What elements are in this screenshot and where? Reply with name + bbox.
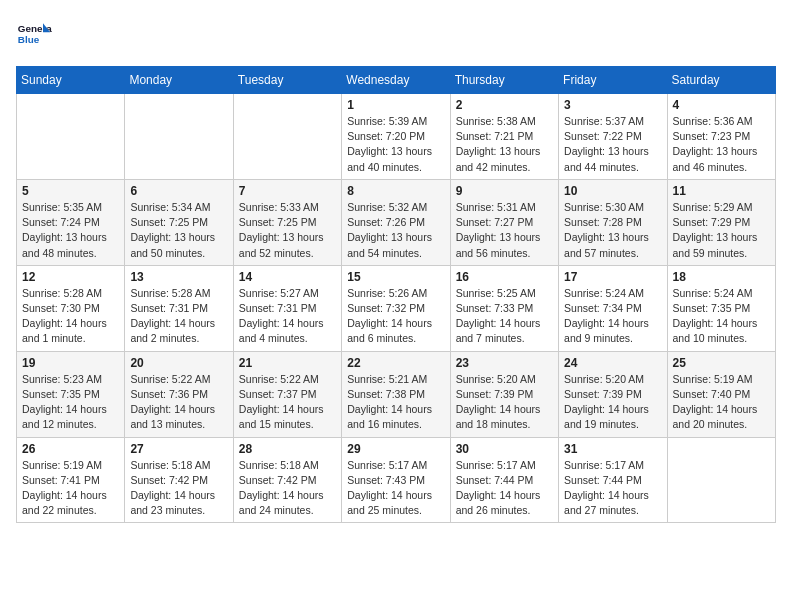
day-info: Sunrise: 5:30 AMSunset: 7:28 PMDaylight:… <box>564 200 661 261</box>
calendar-cell <box>17 94 125 180</box>
calendar-cell: 17Sunrise: 5:24 AMSunset: 7:34 PMDayligh… <box>559 265 667 351</box>
day-info: Sunrise: 5:39 AMSunset: 7:20 PMDaylight:… <box>347 114 444 175</box>
day-number: 14 <box>239 270 336 284</box>
day-info: Sunrise: 5:21 AMSunset: 7:38 PMDaylight:… <box>347 372 444 433</box>
day-number: 12 <box>22 270 119 284</box>
day-info: Sunrise: 5:35 AMSunset: 7:24 PMDaylight:… <box>22 200 119 261</box>
day-info: Sunrise: 5:36 AMSunset: 7:23 PMDaylight:… <box>673 114 770 175</box>
calendar-cell: 9Sunrise: 5:31 AMSunset: 7:27 PMDaylight… <box>450 179 558 265</box>
calendar-cell: 16Sunrise: 5:25 AMSunset: 7:33 PMDayligh… <box>450 265 558 351</box>
day-number: 15 <box>347 270 444 284</box>
day-info: Sunrise: 5:19 AMSunset: 7:41 PMDaylight:… <box>22 458 119 519</box>
day-info: Sunrise: 5:38 AMSunset: 7:21 PMDaylight:… <box>456 114 553 175</box>
logo-icon: General Blue <box>16 16 52 52</box>
day-number: 7 <box>239 184 336 198</box>
day-info: Sunrise: 5:33 AMSunset: 7:25 PMDaylight:… <box>239 200 336 261</box>
weekday-header-row: SundayMondayTuesdayWednesdayThursdayFrid… <box>17 67 776 94</box>
day-info: Sunrise: 5:18 AMSunset: 7:42 PMDaylight:… <box>130 458 227 519</box>
calendar-cell: 14Sunrise: 5:27 AMSunset: 7:31 PMDayligh… <box>233 265 341 351</box>
day-info: Sunrise: 5:37 AMSunset: 7:22 PMDaylight:… <box>564 114 661 175</box>
weekday-header-sunday: Sunday <box>17 67 125 94</box>
calendar-cell: 19Sunrise: 5:23 AMSunset: 7:35 PMDayligh… <box>17 351 125 437</box>
calendar-cell: 10Sunrise: 5:30 AMSunset: 7:28 PMDayligh… <box>559 179 667 265</box>
weekday-header-wednesday: Wednesday <box>342 67 450 94</box>
day-number: 26 <box>22 442 119 456</box>
day-info: Sunrise: 5:17 AMSunset: 7:44 PMDaylight:… <box>564 458 661 519</box>
day-info: Sunrise: 5:17 AMSunset: 7:44 PMDaylight:… <box>456 458 553 519</box>
calendar-cell: 27Sunrise: 5:18 AMSunset: 7:42 PMDayligh… <box>125 437 233 523</box>
day-number: 4 <box>673 98 770 112</box>
calendar-week-1: 1Sunrise: 5:39 AMSunset: 7:20 PMDaylight… <box>17 94 776 180</box>
calendar-cell: 26Sunrise: 5:19 AMSunset: 7:41 PMDayligh… <box>17 437 125 523</box>
calendar-cell: 21Sunrise: 5:22 AMSunset: 7:37 PMDayligh… <box>233 351 341 437</box>
day-info: Sunrise: 5:20 AMSunset: 7:39 PMDaylight:… <box>564 372 661 433</box>
calendar-cell: 12Sunrise: 5:28 AMSunset: 7:30 PMDayligh… <box>17 265 125 351</box>
calendar-cell: 1Sunrise: 5:39 AMSunset: 7:20 PMDaylight… <box>342 94 450 180</box>
calendar-cell: 5Sunrise: 5:35 AMSunset: 7:24 PMDaylight… <box>17 179 125 265</box>
day-number: 1 <box>347 98 444 112</box>
weekday-header-thursday: Thursday <box>450 67 558 94</box>
calendar-cell: 11Sunrise: 5:29 AMSunset: 7:29 PMDayligh… <box>667 179 775 265</box>
calendar-cell: 2Sunrise: 5:38 AMSunset: 7:21 PMDaylight… <box>450 94 558 180</box>
calendar-cell: 18Sunrise: 5:24 AMSunset: 7:35 PMDayligh… <box>667 265 775 351</box>
day-info: Sunrise: 5:24 AMSunset: 7:35 PMDaylight:… <box>673 286 770 347</box>
day-number: 9 <box>456 184 553 198</box>
day-number: 21 <box>239 356 336 370</box>
day-info: Sunrise: 5:32 AMSunset: 7:26 PMDaylight:… <box>347 200 444 261</box>
day-info: Sunrise: 5:18 AMSunset: 7:42 PMDaylight:… <box>239 458 336 519</box>
day-number: 29 <box>347 442 444 456</box>
svg-text:Blue: Blue <box>18 34 40 45</box>
calendar-cell: 20Sunrise: 5:22 AMSunset: 7:36 PMDayligh… <box>125 351 233 437</box>
day-number: 11 <box>673 184 770 198</box>
day-number: 18 <box>673 270 770 284</box>
day-number: 17 <box>564 270 661 284</box>
calendar-cell: 23Sunrise: 5:20 AMSunset: 7:39 PMDayligh… <box>450 351 558 437</box>
day-number: 30 <box>456 442 553 456</box>
calendar-week-3: 12Sunrise: 5:28 AMSunset: 7:30 PMDayligh… <box>17 265 776 351</box>
day-number: 10 <box>564 184 661 198</box>
calendar-cell: 31Sunrise: 5:17 AMSunset: 7:44 PMDayligh… <box>559 437 667 523</box>
day-number: 24 <box>564 356 661 370</box>
calendar-cell <box>125 94 233 180</box>
calendar-cell: 25Sunrise: 5:19 AMSunset: 7:40 PMDayligh… <box>667 351 775 437</box>
day-info: Sunrise: 5:22 AMSunset: 7:37 PMDaylight:… <box>239 372 336 433</box>
calendar-week-2: 5Sunrise: 5:35 AMSunset: 7:24 PMDaylight… <box>17 179 776 265</box>
calendar-cell: 29Sunrise: 5:17 AMSunset: 7:43 PMDayligh… <box>342 437 450 523</box>
day-number: 2 <box>456 98 553 112</box>
calendar-table: SundayMondayTuesdayWednesdayThursdayFrid… <box>16 66 776 523</box>
weekday-header-saturday: Saturday <box>667 67 775 94</box>
calendar-cell: 30Sunrise: 5:17 AMSunset: 7:44 PMDayligh… <box>450 437 558 523</box>
day-info: Sunrise: 5:19 AMSunset: 7:40 PMDaylight:… <box>673 372 770 433</box>
calendar-cell: 4Sunrise: 5:36 AMSunset: 7:23 PMDaylight… <box>667 94 775 180</box>
page-header: General Blue <box>16 16 776 52</box>
weekday-header-friday: Friday <box>559 67 667 94</box>
calendar-week-5: 26Sunrise: 5:19 AMSunset: 7:41 PMDayligh… <box>17 437 776 523</box>
day-number: 13 <box>130 270 227 284</box>
day-info: Sunrise: 5:29 AMSunset: 7:29 PMDaylight:… <box>673 200 770 261</box>
day-number: 27 <box>130 442 227 456</box>
logo: General Blue <box>16 16 52 52</box>
day-number: 16 <box>456 270 553 284</box>
day-number: 19 <box>22 356 119 370</box>
calendar-cell: 15Sunrise: 5:26 AMSunset: 7:32 PMDayligh… <box>342 265 450 351</box>
day-info: Sunrise: 5:28 AMSunset: 7:31 PMDaylight:… <box>130 286 227 347</box>
calendar-cell <box>667 437 775 523</box>
calendar-cell: 22Sunrise: 5:21 AMSunset: 7:38 PMDayligh… <box>342 351 450 437</box>
day-info: Sunrise: 5:25 AMSunset: 7:33 PMDaylight:… <box>456 286 553 347</box>
day-info: Sunrise: 5:31 AMSunset: 7:27 PMDaylight:… <box>456 200 553 261</box>
calendar-cell: 6Sunrise: 5:34 AMSunset: 7:25 PMDaylight… <box>125 179 233 265</box>
calendar-cell: 3Sunrise: 5:37 AMSunset: 7:22 PMDaylight… <box>559 94 667 180</box>
day-info: Sunrise: 5:20 AMSunset: 7:39 PMDaylight:… <box>456 372 553 433</box>
calendar-cell: 28Sunrise: 5:18 AMSunset: 7:42 PMDayligh… <box>233 437 341 523</box>
weekday-header-monday: Monday <box>125 67 233 94</box>
day-number: 22 <box>347 356 444 370</box>
day-number: 3 <box>564 98 661 112</box>
calendar-week-4: 19Sunrise: 5:23 AMSunset: 7:35 PMDayligh… <box>17 351 776 437</box>
day-info: Sunrise: 5:28 AMSunset: 7:30 PMDaylight:… <box>22 286 119 347</box>
day-info: Sunrise: 5:17 AMSunset: 7:43 PMDaylight:… <box>347 458 444 519</box>
day-number: 8 <box>347 184 444 198</box>
day-number: 20 <box>130 356 227 370</box>
day-number: 6 <box>130 184 227 198</box>
day-info: Sunrise: 5:22 AMSunset: 7:36 PMDaylight:… <box>130 372 227 433</box>
calendar-cell: 13Sunrise: 5:28 AMSunset: 7:31 PMDayligh… <box>125 265 233 351</box>
